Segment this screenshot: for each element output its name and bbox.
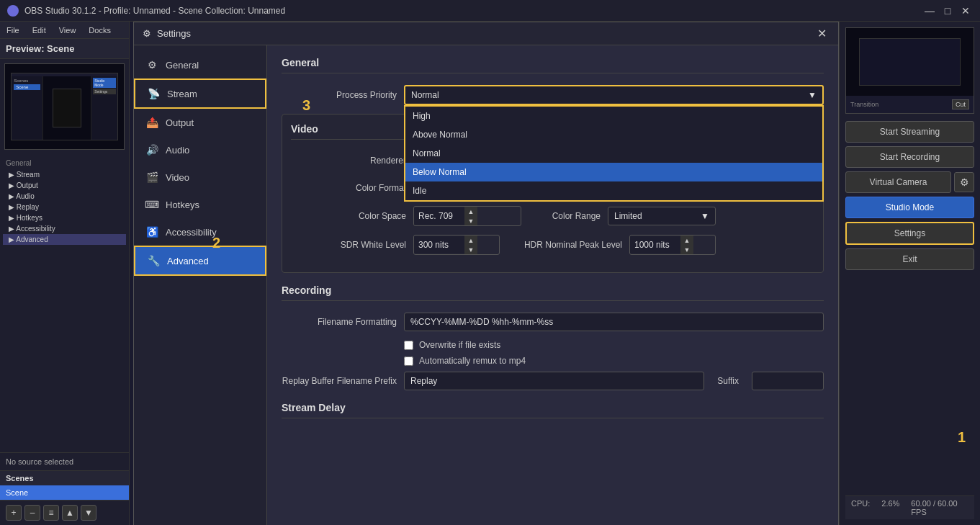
settings-nav-audio[interactable]: 🔊 Audio — [134, 136, 266, 163]
maximize-button[interactable]: □ — [940, 4, 955, 18]
sdr-row: SDR White Level ▲ ▼ HDR Nominal Peak Lev… — [291, 235, 814, 255]
right-preview-area: Transition Cut — [845, 27, 974, 114]
color-space-up-button[interactable]: ▲ — [464, 207, 477, 216]
move-down-button[interactable]: ▼ — [81, 505, 96, 521]
remove-scene-button[interactable]: – — [24, 505, 40, 521]
color-space-input[interactable]: ▲ ▼ — [413, 206, 521, 226]
settings-nav-label-advanced: Advanced — [167, 256, 209, 266]
move-up-button[interactable]: ▲ — [62, 505, 78, 521]
fps-value: 60.00 / 60.00 FPS — [911, 499, 968, 516]
color-space-down-button[interactable]: ▼ — [464, 216, 477, 225]
sidebar-item-audio[interactable]: ▶ Audio — [3, 191, 126, 202]
sidebar-item-stream[interactable]: ▶ Stream — [3, 169, 126, 180]
process-priority-label: Process Priority — [282, 90, 397, 100]
sdr-input[interactable]: ▲ ▼ — [413, 235, 500, 255]
priority-option-below-normal[interactable]: Below Normal — [405, 163, 822, 181]
overwrite-checkbox[interactable] — [404, 341, 413, 350]
replay-field[interactable] — [404, 372, 704, 390]
priority-option-normal[interactable]: Normal — [405, 144, 822, 163]
scene-item[interactable]: Scene — [0, 485, 129, 500]
replay-row: Replay Buffer Filename Prefix Suffix — [282, 372, 824, 390]
settings-title: ⚙ Settings — [143, 28, 191, 39]
settings-nav-stream[interactable]: 📡 Stream — [134, 78, 266, 109]
cpu-value: 2.6% — [881, 499, 899, 516]
remux-checkbox[interactable] — [404, 356, 413, 366]
scenes-section: Scenes Scene — [0, 470, 129, 500]
settings-nav-label-video: Video — [166, 172, 189, 183]
accessibility-icon: ♿ — [145, 225, 158, 238]
renderer-label: Renderer — [291, 156, 406, 166]
hdr-up-button[interactable]: ▲ — [680, 235, 693, 245]
sdr-up-button[interactable]: ▲ — [464, 235, 477, 245]
process-priority-row: Process Priority Normal ▼ High Above Nor… — [282, 85, 824, 105]
menu-bar: File Edit View Docks — [0, 22, 129, 39]
suffix-field[interactable] — [752, 372, 824, 390]
stream-delay-section: Stream Delay — [282, 402, 824, 418]
hdr-down-button[interactable]: ▼ — [680, 245, 693, 254]
sidebar-item-output[interactable]: ▶ Output — [3, 180, 126, 191]
process-priority-dropdown[interactable]: Normal ▼ High Above Normal Normal Below … — [404, 85, 824, 105]
status-bar: CPU: 2.6% 60.00 / 60.00 FPS — [845, 495, 974, 519]
filename-field[interactable] — [404, 313, 824, 331]
preview-inner: Scenes Scene Studio Mode Settings — [5, 64, 124, 149]
settings-nav-advanced[interactable]: 🔧 Advanced — [134, 246, 266, 276]
add-scene-button[interactable]: + — [6, 505, 22, 521]
hdr-label: HDR Nominal Peak Level — [507, 240, 622, 250]
settings-nav-accessibility[interactable]: ♿ Accessibility — [134, 218, 266, 246]
settings-close-button[interactable]: ✕ — [814, 26, 830, 42]
filename-row: Filename Formatting — [282, 313, 824, 331]
settings-nav-label-general: General — [166, 60, 199, 71]
right-actions: Start Streaming Start Recording Virtual … — [845, 121, 974, 491]
sidebar-item-accessibility[interactable]: ▶ Accessibility — [3, 223, 126, 234]
settings-icon: ⚙ — [143, 28, 151, 39]
close-button[interactable]: ✕ — [958, 4, 973, 18]
no-source-label: No source selected — [0, 452, 129, 470]
dropdown-arrow-icon: ▼ — [808, 90, 817, 100]
color-space-label: Color Space — [291, 211, 406, 221]
start-streaming-button[interactable]: Start Streaming — [845, 121, 974, 143]
recording-section: Recording Filename Formatting Overwrite … — [282, 284, 824, 390]
priority-option-high[interactable]: High — [405, 107, 822, 125]
cut-button[interactable]: Cut — [952, 99, 969, 109]
hotkeys-icon: ⌨ — [145, 198, 158, 211]
color-range-value: Limited — [614, 211, 642, 221]
menu-file[interactable]: File — [4, 24, 22, 36]
process-priority-select[interactable]: Normal ▼ — [404, 85, 824, 105]
sdr-field[interactable] — [414, 236, 464, 253]
sdr-down-button[interactable]: ▼ — [464, 245, 477, 254]
virtual-camera-settings-icon[interactable]: ⚙ — [954, 172, 974, 192]
settings-title-bar: ⚙ Settings ✕ — [134, 22, 838, 45]
sidebar-item-replay[interactable]: ▶ Replay — [3, 202, 126, 212]
start-recording-button[interactable]: Start Recording — [845, 146, 974, 168]
color-range-select[interactable]: Limited ▼ — [608, 207, 716, 225]
menu-view[interactable]: View — [56, 24, 79, 36]
hdr-input[interactable]: ▲ ▼ — [629, 235, 716, 255]
menu-edit[interactable]: Edit — [30, 24, 49, 36]
menu-docks[interactable]: Docks — [86, 24, 114, 36]
cpu-label: CPU: — [851, 499, 870, 516]
general-icon: ⚙ — [145, 58, 158, 71]
hdr-spinner: ▲ ▼ — [680, 235, 693, 254]
settings-button[interactable]: Settings — [845, 222, 974, 245]
sidebar-item-hotkeys[interactable]: ▶ Hotkeys — [3, 212, 126, 223]
studio-mode-button[interactable]: Studio Mode — [845, 197, 974, 218]
sdr-label: SDR White Level — [291, 240, 406, 250]
priority-option-idle[interactable]: Idle — [405, 181, 822, 200]
virtual-camera-button[interactable]: Virtual Camera — [845, 171, 951, 193]
sdr-spinner: ▲ ▼ — [464, 235, 477, 254]
general-section-header: General — [282, 57, 824, 73]
filter-scene-button[interactable]: ≡ — [43, 505, 59, 521]
settings-nav-output[interactable]: 📤 Output — [134, 109, 266, 136]
obs-window-title: OBS Studio 30.1.2 - Profile: Unnamed - S… — [24, 6, 285, 16]
color-space-field[interactable] — [414, 207, 464, 225]
exit-button[interactable]: Exit — [845, 248, 974, 270]
settings-nav-general[interactable]: ⚙ General — [134, 51, 266, 78]
settings-nav-hotkeys[interactable]: ⌨ Hotkeys — [134, 191, 266, 218]
settings-nav-video[interactable]: 🎬 Video — [134, 163, 266, 191]
priority-option-above-normal[interactable]: Above Normal — [405, 125, 822, 144]
process-priority-value: Normal — [411, 90, 439, 100]
sidebar-item-advanced[interactable]: ▶ Advanced — [3, 234, 126, 245]
color-space-row: Color Space ▲ ▼ Color Range Limited — [291, 206, 814, 226]
hdr-field[interactable] — [630, 236, 680, 253]
minimize-button[interactable]: — — [922, 4, 937, 18]
